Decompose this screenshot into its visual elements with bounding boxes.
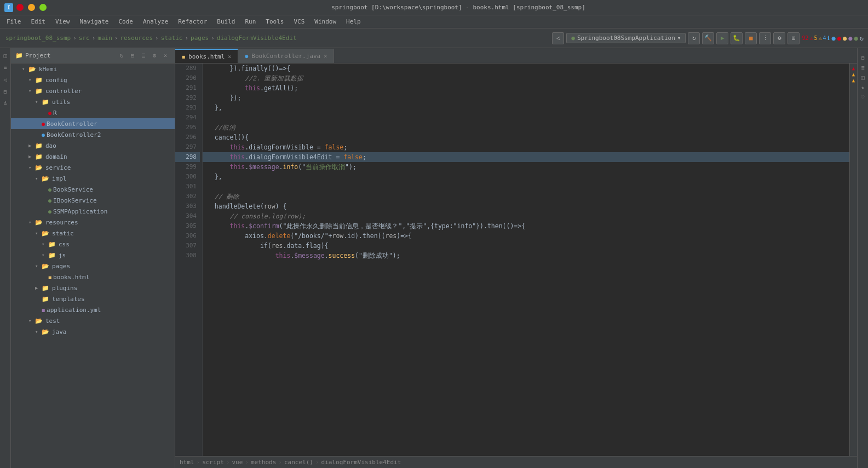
tree-arrow-icon: ▾ <box>28 165 35 170</box>
tree-item[interactable]: ▾ 📂 pages <box>11 261 175 271</box>
tree-item[interactable]: ▾ 📁 controller <box>11 85 175 96</box>
tab-close-icon[interactable]: × <box>228 54 231 60</box>
run-button[interactable]: ▶ <box>716 32 728 44</box>
panel-tool-2[interactable]: ⊟ <box>128 51 137 61</box>
menu-analyze[interactable]: Analyze <box>139 17 173 26</box>
bc-vue[interactable]: vue <box>232 459 243 466</box>
folder-icon: 📁 <box>42 99 50 106</box>
menu-run[interactable]: Run <box>240 17 260 26</box>
tree-item[interactable]: ▾ 📂 test <box>11 315 175 326</box>
run-config[interactable]: ● Springboot08SsmpApplication ▾ <box>566 33 686 43</box>
maximize-button[interactable] <box>39 4 47 11</box>
tree-item[interactable]: ▾ 📂 java <box>11 326 175 337</box>
settings-button[interactable]: ⚙ <box>773 32 785 44</box>
tree-item-bookcontroller[interactable]: ● BookController <box>11 118 175 129</box>
tree-item[interactable]: ▾ 📂 service <box>11 162 175 173</box>
back-button[interactable]: ◁ <box>552 32 564 44</box>
left-icon-2[interactable]: ≡ <box>1 62 10 72</box>
menu-code[interactable]: Code <box>114 17 137 26</box>
refresh-button[interactable]: ↻ <box>688 32 700 44</box>
debug-button[interactable]: 🐛 <box>731 32 743 44</box>
stop-button[interactable]: ■ <box>745 32 757 44</box>
tree-item[interactable]: ● IBookService <box>11 195 175 206</box>
tree-item[interactable]: ● BookService <box>11 184 175 195</box>
right-icon-3[interactable]: ◫ <box>858 72 868 82</box>
menu-refactor[interactable]: Refactor <box>174 17 211 26</box>
menu-edit[interactable]: Edit <box>27 17 50 26</box>
menu-help[interactable]: Help <box>342 17 365 26</box>
bc-html[interactable]: html <box>180 459 194 466</box>
left-icon-5[interactable]: ≜ <box>1 99 10 108</box>
tree-item[interactable]: ▶ 📁 domain <box>11 151 175 162</box>
left-icon-1[interactable]: ◫ <box>1 50 10 60</box>
right-icon-5[interactable]: ♡ <box>858 92 868 102</box>
tree-item[interactable]: ● SSMPApplication <box>11 206 175 217</box>
folder-icon: 📁 <box>42 285 50 292</box>
code-line: this.$message.info("当前操作取消"); <box>203 162 849 172</box>
tree-item[interactable]: ● R <box>11 107 175 118</box>
tree-item[interactable]: ▾ 📂 impl <box>11 173 175 184</box>
panel-close-icon[interactable]: × <box>160 51 170 61</box>
tree-item[interactable]: ▾ 📁 css <box>11 239 175 250</box>
error-count: 92 <box>802 35 808 41</box>
right-icon-4[interactable]: ★ <box>858 82 868 92</box>
split-button[interactable]: ⊞ <box>787 32 800 44</box>
left-icon-4[interactable]: ⊟ <box>1 86 10 96</box>
breadcrumb: springboot_08_ssmp › src › main › resour… <box>4 34 298 42</box>
tab-books-html[interactable]: ◼ books.html × <box>175 49 238 63</box>
tree-item-books-html[interactable]: ◼ books.html <box>11 271 175 282</box>
tab-bookcontroller-java[interactable]: ● BookController.java × <box>238 49 334 63</box>
build-button[interactable]: 🔨 <box>702 32 714 44</box>
folder-icon: 📂 <box>42 263 50 270</box>
bc-part-2[interactable]: main <box>97 34 112 42</box>
menu-navigate[interactable]: Navigate <box>76 17 113 26</box>
bc-part-6[interactable]: dialogFormVisible4Edit <box>217 34 297 42</box>
code-line: }, <box>203 103 849 113</box>
bc-part-3[interactable]: resources <box>120 34 153 42</box>
tree-item[interactable]: ● BookController2 <box>11 129 175 140</box>
tree-item[interactable]: ▾ 📁 utils <box>11 96 175 107</box>
minimize-button[interactable] <box>28 4 35 11</box>
menu-vcs[interactable]: VCS <box>289 17 309 26</box>
tree-item[interactable]: ▶ 📁 dao <box>11 140 175 151</box>
bc-part-0[interactable]: springboot_08_ssmp <box>5 34 71 42</box>
bc-methods[interactable]: methods <box>251 459 276 466</box>
left-icon-3[interactable]: ◁ <box>1 74 10 84</box>
tree-item[interactable]: ◼ application.yml <box>11 304 175 315</box>
more-button[interactable]: ⋮ <box>759 32 771 44</box>
bc-part-1[interactable]: src <box>79 34 90 42</box>
code-line: this.dialogFormVisible = false; <box>203 142 849 152</box>
bc-part-4[interactable]: static <box>161 34 183 42</box>
tree-item[interactable]: ▾ 📂 resources <box>11 217 175 228</box>
right-icon-2[interactable]: ≣ <box>858 62 868 72</box>
tab-close-icon[interactable]: × <box>324 53 327 59</box>
menu-file[interactable]: File <box>2 17 26 26</box>
close-button[interactable] <box>16 4 24 11</box>
panel-header: 📁 Project ↻ ⊟ ≣ ⚙ × <box>11 48 175 63</box>
bc-part-5[interactable]: pages <box>191 34 209 42</box>
menu-view[interactable]: View <box>51 17 74 26</box>
menu-build[interactable]: Build <box>212 17 239 26</box>
panel-tool-1[interactable]: ↻ <box>117 51 127 61</box>
tree-item[interactable]: ▾ 📂 kHemi <box>11 63 175 74</box>
panel-gear-icon[interactable]: ⚙ <box>150 51 159 61</box>
tree-item[interactable]: ▶ 📁 plugins <box>11 282 175 293</box>
code-line: }).finally(()=>{ <box>203 63 849 73</box>
tree-item[interactable]: ▾ 📁 js <box>11 250 175 261</box>
code-line-298: this.dialogFormVisible4Edit = false; <box>203 152 849 162</box>
right-icon-1[interactable]: ⊟ <box>858 53 868 62</box>
folder-icon: 📂 <box>35 219 44 226</box>
tree-arrow-icon: ▾ <box>35 230 42 236</box>
bc-script[interactable]: script <box>202 459 224 466</box>
bc-cancel[interactable]: cancel() <box>284 459 313 466</box>
menu-tools[interactable]: Tools <box>261 17 288 26</box>
code-line: this.$message.success("删除成功"); <box>203 251 849 261</box>
panel-tool-3[interactable]: ≣ <box>139 51 148 61</box>
code-content[interactable]: }).finally(()=>{ //2. 重新加载数据 this.getAll… <box>203 63 849 456</box>
bc-dialog[interactable]: dialogFormVisible4Edit <box>321 459 401 466</box>
tree-item[interactable]: ▾ 📂 static <box>11 228 175 239</box>
tree-item-templates[interactable]: 📁 templates <box>11 293 175 304</box>
menu-window[interactable]: Window <box>310 17 341 26</box>
tree-item[interactable]: ▾ 📁 config <box>11 74 175 85</box>
tree-arrow-icon: ▶ <box>35 285 42 291</box>
